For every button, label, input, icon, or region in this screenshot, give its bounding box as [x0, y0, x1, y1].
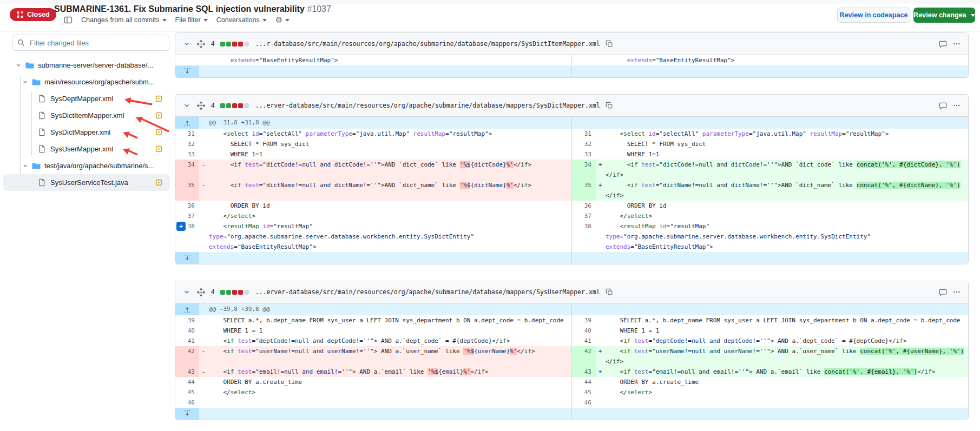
line-number[interactable]: 34: [175, 160, 199, 180]
line-number[interactable]: 35: [175, 180, 199, 201]
file-options-kebab-button[interactable]: [952, 39, 962, 49]
diff-line-left: 46: [175, 397, 571, 408]
add-comment-button[interactable]: +: [176, 222, 186, 231]
line-number[interactable]: 44: [572, 377, 596, 387]
code-line: SELECT * FROM sys_dict: [209, 139, 571, 149]
line-number[interactable]: 45: [175, 387, 199, 397]
line-number[interactable]: 40: [175, 326, 199, 336]
line-number[interactable]: 32: [175, 139, 199, 149]
file-comment-button[interactable]: [938, 39, 948, 49]
collapse-diff-button[interactable]: [182, 287, 192, 297]
diff-sign: [199, 221, 208, 252]
code-line: <select id="selectAll" parameterType="ja…: [606, 129, 969, 139]
diffstat-del-square: [232, 103, 237, 108]
code-cell: [604, 397, 969, 408]
tree-item-label: SysUserServiceTest.java: [50, 178, 128, 187]
line-number[interactable]: 31: [175, 129, 199, 139]
review-changes-button[interactable]: Review changes: [913, 8, 975, 23]
line-number[interactable]: 31: [572, 129, 596, 139]
file-options-kebab-button[interactable]: [952, 101, 962, 110]
tree-file-sysdeptmapper-xml[interactable]: SysDeptMapper.xml: [0, 90, 173, 107]
line-number[interactable]: [175, 55, 199, 65]
file-path: ...erver-database/src/main/resources/org…: [255, 288, 600, 296]
diff-line-left: 42- <if test="userName!=null and userNam…: [175, 346, 571, 367]
line-number[interactable]: 36: [175, 201, 199, 211]
diffstat-squares: [220, 103, 249, 108]
conversations-dropdown[interactable]: Conversations: [216, 16, 267, 24]
diff-sign: +: [596, 367, 604, 377]
file-comment-button[interactable]: [938, 287, 948, 297]
copy-path-button[interactable]: [604, 39, 614, 49]
code-cell: <if test="dictName!=null and dictName!='…: [604, 180, 969, 201]
line-number[interactable]: 42: [572, 346, 596, 367]
collapse-diff-button[interactable]: [182, 39, 192, 49]
line-number[interactable]: 43: [175, 367, 199, 377]
drag-handle-icon[interactable]: [196, 287, 206, 297]
diff-sign: [596, 139, 604, 149]
line-number[interactable]: 32: [572, 139, 596, 149]
expand-down-button[interactable]: [175, 408, 199, 420]
copy-path-button[interactable]: [604, 101, 614, 110]
diff-settings-dropdown[interactable]: ⚙: [275, 16, 290, 24]
expand-up-button[interactable]: [175, 117, 199, 129]
code-line: [209, 397, 571, 408]
tree-file-sysuserservicetest-java[interactable]: SysUserServiceTest.java: [3, 174, 170, 191]
line-number[interactable]: 39: [175, 315, 199, 326]
tree-file-sysdictmapper-xml[interactable]: SysDictMapper.xml: [0, 124, 173, 141]
code-line: <if test="userName!=null and userName!='…: [606, 346, 969, 356]
line-number[interactable]: 40: [572, 326, 596, 336]
code-line: <if test="dictName!=null and dictName!='…: [606, 180, 969, 190]
diff-line-row: 35- <if test="dictName!=null and dictNam…: [175, 180, 968, 201]
chevron-down-icon: [15, 62, 22, 69]
line-number[interactable]: 36: [572, 201, 596, 211]
file-path: ...erver-database/src/main/resources/org…: [255, 102, 600, 109]
expand-down-button[interactable]: [175, 252, 199, 264]
line-number[interactable]: 46: [175, 397, 199, 408]
line-number[interactable]: 44: [175, 377, 199, 387]
file-filter-dropdown[interactable]: File filter: [175, 16, 208, 24]
line-number[interactable]: 33: [572, 149, 596, 160]
line-number[interactable]: 35: [572, 180, 596, 201]
tree-file-sysusermapper-xml[interactable]: SysUserMapper.xml: [0, 141, 173, 157]
chevron-down-icon: [285, 19, 290, 24]
diff-sign: [596, 221, 604, 252]
review-in-codespace-button[interactable]: Review in codespace: [837, 8, 910, 23]
line-number[interactable]: 46: [572, 397, 596, 408]
line-number[interactable]: 41: [572, 336, 596, 346]
line-number[interactable]: 39: [572, 315, 596, 326]
changes-from-label: Changes from all commits: [81, 16, 160, 24]
diff-line-left: 34- <if test="dictCode!=null and dictCod…: [175, 160, 571, 180]
line-number[interactable]: 34: [572, 160, 596, 180]
line-number[interactable]: 41: [175, 336, 199, 346]
code-cell: <if test="userName!=null and userName!='…: [208, 346, 571, 367]
tree-folder-submarine-server-server-database-[interactable]: submarine-server/server-database/...: [0, 57, 173, 74]
drag-handle-icon[interactable]: [196, 101, 206, 110]
line-number[interactable]: 43: [572, 367, 596, 377]
tree-folder-main-resources-org-apache-subm-[interactable]: main/resources/org/apache/subm...: [0, 74, 173, 90]
diffstat-add-square: [220, 290, 225, 295]
diff-line-left: 39 SELECT a.*, b.dept_name FROM sys_user…: [175, 315, 571, 326]
changes-from-dropdown[interactable]: Changes from all commits: [81, 16, 167, 24]
line-number[interactable]: 42: [175, 346, 199, 367]
expand-down-button[interactable]: [175, 65, 199, 77]
file-options-kebab-button[interactable]: [952, 287, 962, 297]
toggle-file-tree-button[interactable]: [64, 16, 73, 24]
line-number[interactable]: 37: [572, 211, 596, 221]
expand-up-button[interactable]: [175, 303, 199, 315]
line-number[interactable]: 45: [572, 387, 596, 397]
filter-changed-files-input[interactable]: [29, 36, 166, 50]
tree-file-sysdictitemmapper-xml[interactable]: SysDictItemMapper.xml: [0, 107, 173, 124]
copy-path-button[interactable]: [604, 287, 614, 297]
code-cell: WHERE 1=1: [208, 149, 571, 160]
collapse-diff-button[interactable]: [182, 101, 192, 110]
line-number[interactable]: [572, 55, 596, 65]
tree-folder-test-java-org-apache-submarine-s-[interactable]: test/java/org/apache/submarine/s...: [0, 157, 173, 174]
drag-handle-icon[interactable]: [196, 39, 206, 49]
diff-line-row: 44 ORDER BY a.create_time44 ORDER BY a.c…: [175, 377, 968, 387]
file-comment-button[interactable]: [938, 101, 948, 110]
diff-line-left: 43- <if test="email!=null and email!=''"…: [175, 367, 571, 377]
line-number[interactable]: 33: [175, 149, 199, 160]
line-number[interactable]: 38: [572, 221, 596, 252]
line-number[interactable]: 37: [175, 211, 199, 221]
diff-sign: [596, 387, 604, 397]
